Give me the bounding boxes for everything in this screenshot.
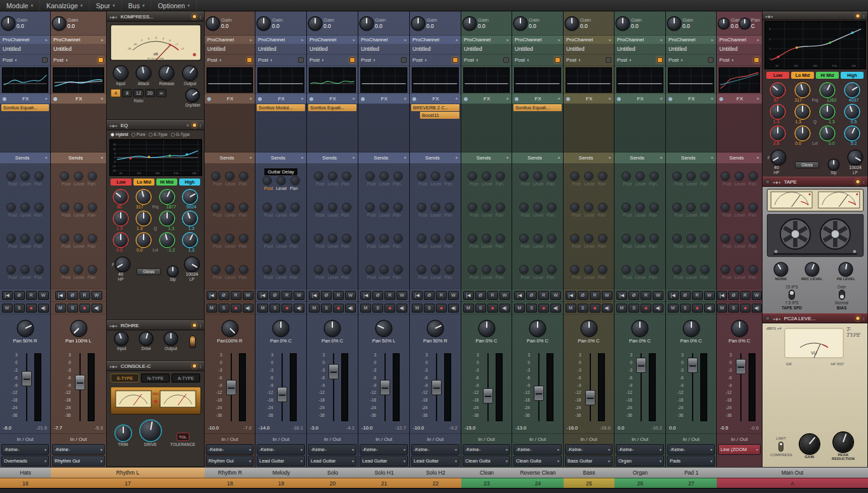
pan-knob[interactable]	[428, 321, 443, 336]
send-knob-post[interactable]	[468, 203, 477, 212]
channel-name[interactable]: Solo	[307, 467, 358, 478]
send-slot[interactable]: PostLevelPan	[667, 227, 715, 257]
module-nav-icons[interactable]: ◂◆▸	[109, 323, 118, 328]
pc2a-bypass-icon[interactable]	[765, 316, 770, 321]
pc2a-module-header[interactable]: ◂◆▸ PC2A LEVE... ↕	[763, 313, 867, 323]
automation-read-button[interactable]: R	[231, 291, 241, 300]
sends-add-button[interactable]: +	[710, 155, 714, 161]
input-select[interactable]: -Keine-▾	[616, 444, 664, 455]
send-slot[interactable]: PostLevelPan	[718, 165, 761, 194]
automation-read-button[interactable]: R	[740, 291, 750, 300]
record-arm-button[interactable]: ●	[436, 304, 447, 313]
module-nav-icons[interactable]: ◂◆▸	[765, 14, 774, 18]
send-knob-post[interactable]	[7, 266, 15, 274]
fx-list[interactable]	[461, 104, 512, 152]
interleave-icon[interactable]: ◐	[578, 57, 581, 63]
sends-add-button[interactable]: +	[506, 155, 509, 161]
channel-name[interactable]: Pad 1	[666, 467, 717, 478]
fx-add-button[interactable]: +	[301, 96, 304, 102]
automation-read-button[interactable]: R	[538, 291, 549, 300]
send-slot[interactable]: PostLevelPan	[667, 165, 715, 194]
send-knob-post[interactable]	[721, 172, 729, 180]
channel-number[interactable]: 21	[358, 478, 410, 488]
send-knob-post[interactable]	[468, 234, 477, 243]
channel-number[interactable]: 23	[461, 478, 512, 488]
prochannel-band[interactable]: ProChannel ▸	[51, 36, 106, 44]
gloss-button[interactable]: Gloss	[795, 161, 819, 168]
send-knob-post[interactable]	[673, 172, 681, 180]
fx-power-icon[interactable]	[53, 97, 57, 101]
eq-thumbnail[interactable]	[668, 67, 714, 93]
fader-handle[interactable]	[431, 380, 442, 395]
sends-add-button[interactable]: +	[660, 155, 663, 161]
input-echo-button[interactable]: |◀	[566, 291, 576, 300]
send-slot[interactable]: PostLevelPan	[1, 196, 49, 226]
send-knob-post[interactable]	[315, 234, 323, 243]
output-select[interactable]: Lead Guitar▾	[308, 456, 356, 466]
channel-number[interactable]: 16	[0, 478, 51, 488]
fx-add-button[interactable]: +	[352, 96, 355, 102]
send-slot[interactable]: PostLevelPan	[1, 257, 49, 287]
input-select[interactable]: -Keine-▾	[308, 444, 356, 455]
automation-write-button[interactable]: W	[345, 291, 356, 300]
send-knob-post[interactable]	[721, 234, 729, 243]
fx-plugin-item[interactable]: Sonitus Equali...	[513, 104, 562, 111]
send-knob-level[interactable]	[21, 203, 29, 212]
input-echo-button[interactable]: |◀	[360, 291, 371, 300]
send-knob-post[interactable]	[571, 203, 579, 212]
input-select[interactable]: -Keine-▾	[52, 444, 105, 455]
send-knob-pan[interactable]	[650, 266, 658, 274]
send-knob-post[interactable]	[622, 234, 630, 243]
phase-button[interactable]: Ø	[321, 291, 332, 300]
send-knob-post[interactable]	[212, 203, 220, 212]
fx-add-button[interactable]: +	[455, 96, 458, 102]
automation-read-button[interactable]: R	[79, 291, 90, 300]
fx-power-icon[interactable]	[668, 97, 672, 101]
send-knob-level[interactable]	[636, 266, 644, 274]
monitor-button[interactable]: ◀)	[294, 304, 304, 313]
output-select[interactable]: Rhythm Gui▾	[206, 456, 254, 466]
send-knob-post[interactable]	[673, 234, 681, 243]
gain-knob[interactable]	[360, 17, 373, 30]
send-knob-post[interactable]	[366, 266, 374, 274]
phase-button[interactable]: Ø	[475, 291, 486, 300]
eq-level-knob[interactable]	[845, 126, 859, 140]
prochannel-band[interactable]: ProChannel ▸	[717, 36, 762, 44]
band-button-low[interactable]: Low	[111, 179, 132, 186]
right-eq-power-button[interactable]	[855, 13, 860, 18]
send-knob-level[interactable]	[329, 203, 337, 212]
post-label[interactable]: Post	[719, 57, 729, 63]
send-knob-pan[interactable]	[548, 203, 556, 212]
send-knob-post[interactable]	[315, 172, 323, 180]
send-knob-level[interactable]	[380, 172, 388, 180]
channel-number[interactable]: 17	[51, 478, 205, 488]
send-knob-level[interactable]	[226, 234, 234, 243]
automation-read-button[interactable]: R	[692, 291, 703, 300]
send-knob-post[interactable]	[622, 266, 630, 274]
pan-knob[interactable]	[732, 321, 747, 336]
pc2a-gain-knob[interactable]	[800, 435, 819, 454]
eq-freq-knob[interactable]	[114, 190, 128, 204]
prochannel-power-button[interactable]	[503, 57, 509, 63]
send-slot[interactable]: PostLevelPan	[360, 227, 408, 257]
eq-q-knob[interactable]	[160, 212, 174, 226]
send-slot[interactable]: PostLevelPan	[308, 165, 356, 194]
fx-power-icon[interactable]	[464, 97, 468, 101]
interleave-icon[interactable]: ◐	[527, 57, 530, 63]
fx-add-button[interactable]: +	[249, 96, 252, 102]
send-knob-pan[interactable]	[496, 234, 505, 243]
fader-track[interactable]	[379, 351, 391, 424]
send-knob-post[interactable]	[417, 234, 426, 243]
channel-number[interactable]: A	[717, 478, 868, 488]
send-knob-pan[interactable]	[35, 203, 43, 212]
kompress-module-header[interactable]: ◂◆▸ KOMPRESS... ↕	[107, 11, 204, 22]
eq-thumbnail[interactable]	[514, 67, 561, 93]
channel-name[interactable]: Main Out	[717, 467, 868, 478]
send-knob-level[interactable]	[21, 266, 29, 274]
eq-freq-knob[interactable]	[137, 190, 151, 204]
send-slot[interactable]: PostLevelPan	[616, 227, 664, 257]
pan-knob[interactable]	[325, 321, 340, 336]
fader-handle[interactable]	[380, 380, 390, 395]
eq-freq-knob[interactable]	[183, 190, 197, 204]
prochannel-band[interactable]: ProChannel ▸	[461, 36, 512, 44]
